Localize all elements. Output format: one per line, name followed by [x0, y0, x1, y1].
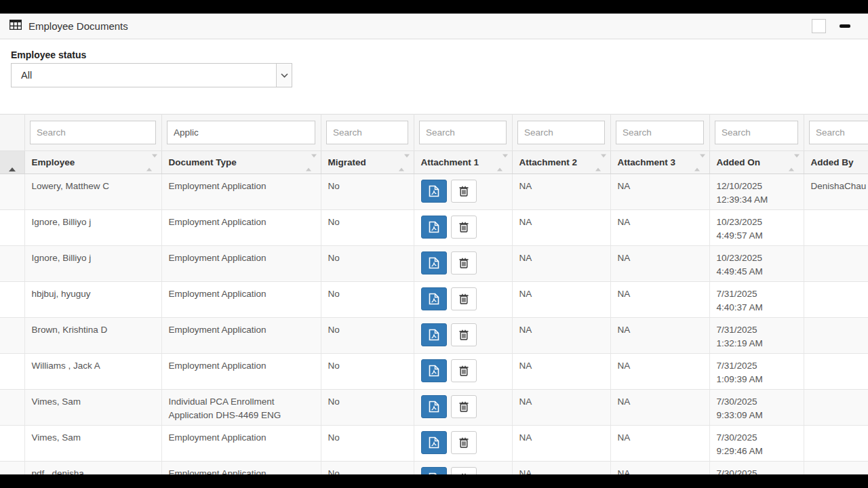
maximize-button[interactable]: [812, 19, 826, 33]
table-row: hbjbuj, hyuguyEmployment ApplicationNoNA…: [0, 282, 868, 318]
row-selector-cell: [0, 318, 24, 354]
added-on-cell: 12/10/202512:39:34 AM: [709, 174, 804, 210]
employee-cell: Brown, Krishtina D: [24, 318, 161, 354]
view-pdf-button[interactable]: [421, 395, 447, 418]
view-pdf-button[interactable]: [421, 180, 447, 203]
sort-down-arrow: [601, 154, 606, 167]
added-by-cell: [804, 390, 868, 426]
search-input-document_type[interactable]: [167, 121, 315, 144]
attachment1-cell: [414, 282, 512, 318]
delete-attachment-button[interactable]: [451, 216, 477, 239]
attachment-actions: [421, 180, 507, 203]
view-pdf-button[interactable]: [421, 251, 447, 274]
column-header-migrated[interactable]: Migrated: [321, 151, 414, 174]
attachment2-cell: NA: [512, 318, 610, 354]
search-input-attachment1[interactable]: [419, 121, 507, 144]
sort-up-arrow: [497, 157, 502, 171]
employee-cell: pdf_ denisha: [24, 462, 161, 475]
view-pdf-button[interactable]: [421, 287, 447, 310]
added-on-date: 7/31/2025: [717, 359, 798, 373]
column-header-attachment2[interactable]: Attachment 2: [512, 151, 610, 174]
sort-icon: [595, 157, 606, 167]
column-header-document_type[interactable]: Document Type: [161, 151, 321, 174]
added-by-cell: [804, 282, 868, 318]
attachment1-cell: [414, 246, 512, 282]
view-pdf-button[interactable]: [421, 216, 447, 239]
sort-icon: [306, 157, 317, 167]
document-type-cell: Employment Application: [161, 318, 321, 354]
column-header-attachment3[interactable]: Attachment 3: [610, 151, 709, 174]
column-header-attachment1[interactable]: Attachment 1: [414, 151, 512, 174]
search-input-added_by[interactable]: [809, 121, 868, 144]
added-by-cell: [804, 354, 868, 390]
sort-icon: [789, 157, 800, 167]
row-selector-cell: [0, 282, 24, 318]
view-pdf-button[interactable]: [421, 323, 447, 346]
added-on-cell: 7/31/20251:09:39 AM: [709, 354, 804, 390]
search-cell-added_by: [804, 115, 868, 151]
delete-attachment-button[interactable]: [451, 431, 477, 454]
sort-icon: [399, 157, 410, 167]
delete-attachment-button[interactable]: [451, 287, 477, 310]
column-header-sort-indicator[interactable]: [0, 151, 24, 174]
search-input-employee[interactable]: [30, 121, 156, 144]
employee-cell: Vimes, Sam: [24, 390, 161, 426]
row-selector-cell: [0, 210, 24, 246]
delete-attachment-button[interactable]: [451, 359, 477, 382]
document-type-cell: Employment Application: [161, 462, 321, 475]
attachment-actions: [421, 431, 507, 454]
search-cell-added_on: [709, 115, 804, 151]
delete-attachment-button[interactable]: [451, 395, 477, 418]
delete-attachment-button[interactable]: [451, 180, 477, 203]
collapse-button[interactable]: [840, 24, 850, 28]
column-header-added_by[interactable]: Added By: [804, 151, 868, 174]
attachment2-cell: NA: [512, 174, 610, 210]
employee-cell: Williams , Jack A: [24, 354, 161, 390]
migrated-cell: No: [321, 318, 414, 354]
delete-attachment-button[interactable]: [451, 251, 477, 274]
attachment3-cell: NA: [610, 318, 709, 354]
column-header-label: Added By: [811, 157, 854, 167]
migrated-cell: No: [321, 210, 414, 246]
sort-down-arrow: [311, 154, 317, 167]
added-on-time: 1:32:19 AM: [717, 337, 798, 350]
documents-table: EmployeeDocument TypeMigratedAttachment …: [0, 114, 868, 474]
sort-up-arrow: [306, 157, 311, 171]
added-on-time: 9:33:09 AM: [717, 409, 798, 422]
row-selector-cell: [0, 426, 24, 462]
sort-icon: [694, 157, 705, 167]
search-input-added_on[interactable]: [715, 121, 798, 144]
view-pdf-button[interactable]: [421, 359, 447, 382]
added-on-date: 7/30/2025: [717, 431, 798, 445]
migrated-cell: No: [321, 390, 414, 426]
employee-documents-panel: Employee Documents Employee status All E…: [0, 14, 868, 474]
employee-cell: Ignore, Billiyo j: [24, 210, 161, 246]
view-pdf-button[interactable]: [421, 467, 447, 474]
search-cell-employee: [24, 115, 161, 151]
attachment1-cell: [414, 174, 512, 210]
added-on-time: 4:40:37 AM: [717, 301, 798, 314]
attachment1-cell: [414, 390, 512, 426]
attachment3-cell: NA: [610, 174, 709, 210]
table-header-row: EmployeeDocument TypeMigratedAttachment …: [0, 151, 868, 174]
added-on-cell: 7/30/20259:29:46 AM: [709, 426, 804, 462]
attachment3-cell: NA: [610, 390, 709, 426]
migrated-cell: No: [321, 426, 414, 462]
search-input-attachment2[interactable]: [517, 121, 605, 144]
table-row: Brown, Krishtina DEmployment Application…: [0, 318, 868, 354]
chevron-down-icon: [276, 64, 292, 87]
employee-cell: Ignore, Billiyo j: [24, 246, 161, 282]
added-by-cell: DenishaChau: [804, 174, 868, 210]
column-header-employee[interactable]: Employee: [24, 151, 161, 174]
row-selector-cell: [0, 174, 24, 210]
search-input-attachment3[interactable]: [616, 121, 704, 144]
column-header-added_on[interactable]: Added On: [709, 151, 804, 174]
delete-attachment-button[interactable]: [451, 467, 477, 474]
row-selector-cell: [0, 354, 24, 390]
view-pdf-button[interactable]: [421, 431, 447, 454]
search-input-migrated[interactable]: [326, 121, 408, 144]
delete-attachment-button[interactable]: [451, 323, 477, 346]
added-on-date: 7/30/2025: [717, 467, 798, 474]
employee-status-select[interactable]: All: [11, 63, 292, 87]
employee-status-value: All: [12, 70, 276, 81]
